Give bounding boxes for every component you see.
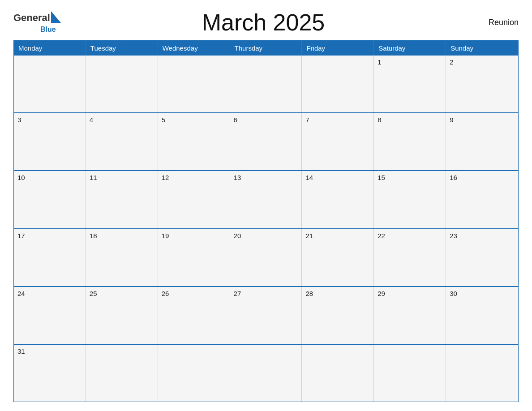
day-cell-10: 10 <box>14 171 86 228</box>
header: General Blue March 2025 Reunion <box>13 9 519 36</box>
day-cell-14: 14 <box>302 171 374 228</box>
day-headers-row: Monday Tuesday Wednesday Thursday Friday… <box>14 41 518 56</box>
day-cell <box>302 345 374 402</box>
header-tuesday: Tuesday <box>86 41 158 56</box>
header-monday: Monday <box>14 41 86 56</box>
week-row-2: 3 4 5 6 7 8 9 <box>14 112 518 170</box>
day-cell-1: 1 <box>374 56 446 112</box>
day-cell <box>230 345 302 402</box>
logo-triangle-icon <box>51 11 61 25</box>
day-cell-6: 6 <box>230 113 302 170</box>
header-thursday: Thursday <box>230 41 302 56</box>
page: General Blue March 2025 Reunion Monday T… <box>0 0 532 411</box>
header-sunday: Sunday <box>446 41 518 56</box>
day-cell-19: 19 <box>158 229 230 286</box>
day-cell-5: 5 <box>158 113 230 170</box>
day-cell-28: 28 <box>302 287 374 344</box>
logo-general-text: General <box>13 12 50 24</box>
day-cell <box>86 56 158 112</box>
day-cell <box>86 345 158 402</box>
week-row-3: 10 11 12 13 14 15 16 <box>14 170 518 228</box>
day-cell-9: 9 <box>446 113 518 170</box>
header-wednesday: Wednesday <box>158 41 230 56</box>
day-cell-12: 12 <box>158 171 230 228</box>
day-cell <box>230 56 302 112</box>
header-saturday: Saturday <box>374 41 446 56</box>
day-cell-2: 2 <box>446 56 518 112</box>
day-cell-25: 25 <box>86 287 158 344</box>
logo-blue-text: Blue <box>40 26 56 34</box>
day-cell-18: 18 <box>86 229 158 286</box>
day-cell-24: 24 <box>14 287 86 344</box>
day-cell-23: 23 <box>446 229 518 286</box>
day-cell-30: 30 <box>446 287 518 344</box>
week-row-1: 1 2 <box>14 56 518 112</box>
day-cell-26: 26 <box>158 287 230 344</box>
day-cell-3: 3 <box>14 113 86 170</box>
day-cell-15: 15 <box>374 171 446 228</box>
day-cell <box>302 56 374 112</box>
calendar: Monday Tuesday Wednesday Thursday Friday… <box>13 40 519 402</box>
day-cell-21: 21 <box>302 229 374 286</box>
logo-bottom-row: Blue <box>40 26 56 34</box>
week-row-4: 17 18 19 20 21 22 23 <box>14 228 518 286</box>
month-title: March 2025 <box>62 9 465 36</box>
day-cell <box>14 56 86 112</box>
header-friday: Friday <box>302 41 374 56</box>
day-cell <box>374 345 446 402</box>
weeks-container: 1 2 3 4 5 6 7 8 9 10 11 12 13 14 15 <box>14 56 518 402</box>
day-cell <box>158 56 230 112</box>
day-cell-7: 7 <box>302 113 374 170</box>
svg-marker-0 <box>51 11 61 23</box>
day-cell-20: 20 <box>230 229 302 286</box>
day-cell-17: 17 <box>14 229 86 286</box>
day-cell-8: 8 <box>374 113 446 170</box>
day-cell-27: 27 <box>230 287 302 344</box>
day-cell-29: 29 <box>374 287 446 344</box>
region-label: Reunion <box>465 18 519 27</box>
day-cell-22: 22 <box>374 229 446 286</box>
day-cell-11: 11 <box>86 171 158 228</box>
day-cell <box>446 345 518 402</box>
logo: General Blue <box>13 11 62 34</box>
logo-top-row: General <box>13 11 62 25</box>
day-cell-16: 16 <box>446 171 518 228</box>
day-cell-4: 4 <box>86 113 158 170</box>
day-cell-31: 31 <box>14 345 86 402</box>
day-cell <box>158 345 230 402</box>
week-row-5: 24 25 26 27 28 29 30 <box>14 286 518 344</box>
week-row-6: 31 <box>14 344 518 402</box>
day-cell-13: 13 <box>230 171 302 228</box>
